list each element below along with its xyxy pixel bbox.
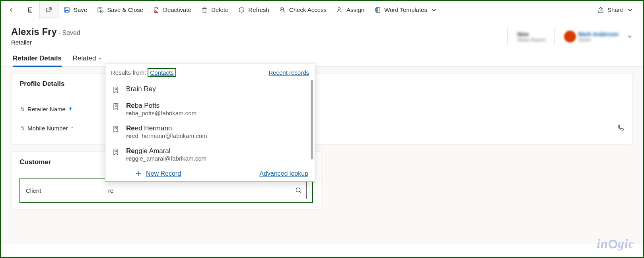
svg-point-6: [280, 8, 284, 11]
save-icon: [63, 6, 70, 14]
clipboard-icon: [27, 6, 34, 14]
tab-retailer-details[interactable]: Retailer Details: [13, 54, 62, 66]
refresh-button[interactable]: Refresh: [233, 2, 274, 18]
word-templates-button[interactable]: Word Templates: [369, 2, 442, 18]
svg-rect-1: [47, 8, 50, 12]
header-owner[interactable]: Mark Anderson Owner: [564, 31, 619, 43]
section-profile-details: Profile Details Retailer Name + Mobile N…: [11, 73, 633, 144]
check-access-label: Check Access: [289, 6, 327, 13]
share-button[interactable]: Share: [592, 2, 638, 18]
save-close-label: Save & Close: [107, 6, 143, 13]
tab-related[interactable]: Related: [73, 54, 103, 66]
lookup-result-item[interactable]: Brain Rey: [105, 81, 315, 98]
chevron-down-icon[interactable]: [626, 33, 633, 40]
assign-button[interactable]: Assign: [331, 2, 369, 18]
refresh-icon: [238, 6, 245, 14]
svg-rect-12: [21, 128, 24, 130]
svg-point-7: [281, 9, 282, 10]
lookup-flyout: Results from: Contacts Recent records Br…: [105, 64, 315, 182]
lookup-result-item[interactable]: Reggie Amaralreggie_amaral@fabrikam.com: [105, 143, 315, 166]
popout-button[interactable]: [40, 2, 58, 18]
required-indicator: *: [71, 125, 73, 131]
chevron-down-icon: [97, 56, 103, 61]
save-close-icon: [97, 6, 104, 14]
form-body: Profile Details Retailer Name + Mobile N…: [1, 67, 643, 244]
lookup-result-item[interactable]: Reba Pottsreba_potts@fabrikam.com: [105, 98, 315, 120]
save-close-button[interactable]: Save & Close: [92, 2, 148, 18]
client-lookup-input[interactable]: [108, 187, 295, 194]
header-status-reason[interactable]: New Status Reason: [517, 31, 546, 42]
recommended-indicator: +: [69, 105, 72, 113]
phone-icon[interactable]: [617, 124, 625, 132]
lookup-results-list[interactable]: Brain ReyReba Pottsreba_potts@fabrikam.c…: [105, 81, 315, 166]
advanced-lookup-link[interactable]: Advanced lookup: [259, 170, 308, 177]
word-icon: [374, 6, 381, 14]
command-bar: Save Save & Close Deactivate Delete Refr…: [1, 1, 643, 19]
delete-label: Delete: [211, 6, 228, 13]
client-lookup-input-wrap[interactable]: [104, 182, 307, 199]
record-title: Alexis Fry: [11, 26, 57, 37]
record-entity: Retailer: [11, 39, 80, 46]
refresh-label: Refresh: [248, 6, 269, 13]
back-arrow-icon: [8, 6, 15, 14]
word-templates-label: Word Templates: [384, 6, 427, 13]
svg-point-17: [115, 150, 117, 151]
scrollbar-thumb[interactable]: [311, 80, 313, 159]
lock-icon: [19, 106, 25, 112]
assign-icon: [336, 6, 343, 14]
delete-button[interactable]: Delete: [196, 2, 233, 18]
new-record-link[interactable]: New Record: [135, 170, 181, 177]
results-from-label: Results from:: [111, 69, 146, 76]
record-save-status: - Saved: [58, 29, 80, 36]
recent-records-link[interactable]: Recent records: [268, 69, 309, 76]
plus-icon: [135, 170, 142, 177]
svg-point-16: [115, 127, 117, 129]
svg-point-14: [115, 88, 117, 89]
check-access-button[interactable]: Check Access: [274, 2, 331, 18]
trash-icon: [201, 6, 208, 14]
deactivate-label: Deactivate: [163, 6, 191, 13]
svg-rect-10: [375, 8, 378, 12]
owner-avatar-icon: [564, 31, 576, 43]
share-label: Share: [607, 6, 623, 13]
popout-icon: [45, 6, 53, 14]
chevron-down-icon: [626, 6, 634, 14]
svg-rect-3: [98, 8, 102, 12]
results-entity-link[interactable]: Contacts: [150, 69, 173, 76]
form-tabs: Retailer Details Related: [1, 46, 643, 67]
search-icon[interactable]: [295, 187, 302, 194]
deactivate-icon: [153, 6, 160, 14]
record-header: Alexis Fry - Saved Retailer New Status R…: [1, 19, 643, 46]
check-access-icon: [279, 6, 286, 14]
share-icon: [597, 6, 604, 14]
save-button[interactable]: Save: [58, 2, 92, 18]
lock-icon: [19, 125, 25, 131]
svg-point-8: [338, 8, 340, 10]
clipboard-button[interactable]: [21, 2, 39, 18]
deactivate-button[interactable]: Deactivate: [148, 2, 196, 18]
chevron-down-icon: [430, 6, 438, 14]
svg-point-13: [296, 188, 300, 192]
lookup-result-item[interactable]: Reed Hermannreed_hermann@fabrikam.com: [105, 120, 315, 143]
back-button[interactable]: [2, 2, 21, 18]
assign-label: Assign: [346, 6, 364, 13]
watermark: ingic: [597, 236, 634, 251]
save-label: Save: [74, 6, 87, 13]
svg-rect-11: [21, 109, 24, 111]
svg-point-15: [115, 105, 117, 106]
